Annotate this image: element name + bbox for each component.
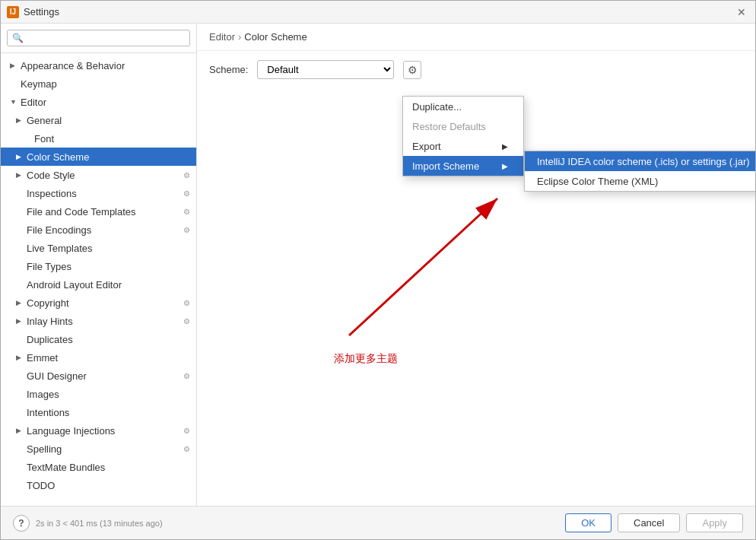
sidebar-item-file-encodings[interactable]: File Encodings ⚙: [1, 221, 196, 239]
sidebar-item-code-style[interactable]: ▶ Code Style ⚙: [1, 166, 196, 184]
dropdown-item-import-scheme[interactable]: Import Scheme ▶: [403, 156, 523, 176]
app-icon: IJ: [7, 6, 19, 18]
settings-icon-file-encodings: ⚙: [183, 226, 190, 234]
tree-arrow-emmet: ▶: [16, 354, 27, 361]
sidebar-item-duplicates[interactable]: Duplicates: [1, 330, 196, 348]
settings-icon-inlay-hints: ⚙: [183, 317, 190, 326]
settings-icon-gui-designer: ⚙: [183, 372, 190, 380]
ok-button[interactable]: OK: [565, 513, 611, 532]
sidebar-item-font[interactable]: Font: [1, 129, 196, 148]
submenu-item-intellij[interactable]: IntelliJ IDEA color scheme (.icls) or se…: [525, 151, 755, 171]
sidebar-item-language-injections[interactable]: ▶ Language Injections ⚙: [1, 421, 196, 440]
sidebar-item-file-types[interactable]: File Types: [1, 257, 196, 275]
settings-icon-language-injections: ⚙: [183, 427, 190, 435]
sidebar-item-file-code-templates[interactable]: File and Code Templates ⚙: [1, 202, 196, 221]
svg-line-1: [349, 199, 497, 335]
tree-arrow-general: ▶: [16, 116, 27, 124]
breadcrumb: Editor › Color Scheme: [197, 24, 755, 51]
sidebar-item-images[interactable]: Images: [1, 385, 196, 403]
close-button[interactable]: ✕: [734, 5, 749, 20]
tree-arrow-language-injections: ▶: [16, 427, 27, 434]
scheme-gear-button[interactable]: ⚙: [403, 61, 421, 79]
sidebar-item-todo[interactable]: TODO: [1, 476, 196, 494]
scheme-row: Scheme: Default Darcula IntelliJ Light M…: [197, 51, 755, 88]
title-bar-left: IJ Settings: [7, 6, 59, 18]
apply-button[interactable]: Apply: [686, 513, 743, 532]
sidebar-item-spelling[interactable]: Spelling ⚙: [1, 440, 196, 458]
tree-arrow-code-style: ▶: [16, 171, 27, 179]
main-content: ▶ Appearance & Behavior Keymap ▼ Editor …: [1, 24, 755, 506]
help-button[interactable]: ?: [13, 515, 30, 532]
sidebar-tree: ▶ Appearance & Behavior Keymap ▼ Editor …: [1, 53, 196, 506]
settings-icon-spelling: ⚙: [183, 445, 190, 453]
sidebar-item-general[interactable]: ▶ General: [1, 111, 196, 129]
breadcrumb-separator: ›: [238, 31, 241, 43]
settings-icon-copyright: ⚙: [183, 299, 190, 307]
sidebar-item-keymap[interactable]: Keymap: [1, 75, 196, 93]
tree-arrow-appearance: ▶: [10, 62, 21, 69]
settings-icon-inspections: ⚙: [183, 189, 190, 198]
sidebar-item-android-layout[interactable]: Android Layout Editor: [1, 275, 196, 294]
submenu: IntelliJ IDEA color scheme (.icls) or se…: [524, 151, 755, 192]
settings-icon-file-code-templates: ⚙: [183, 208, 190, 216]
bottom-left: ? 2s in 3 < 401 ms (13 minutes ago): [13, 515, 163, 532]
sidebar-item-color-scheme[interactable]: ▶ Color Scheme: [1, 148, 196, 166]
sidebar-item-inlay-hints[interactable]: ▶ Inlay Hints ⚙: [1, 312, 196, 330]
dropdown-container: Duplicate... Restore Defaults Export ▶ I…: [402, 96, 524, 176]
dropdown-item-duplicate[interactable]: Duplicate...: [403, 97, 523, 116]
bottom-bar: ? 2s in 3 < 401 ms (13 minutes ago) OK C…: [1, 506, 755, 539]
search-box: [1, 24, 196, 53]
sidebar-item-inspections[interactable]: Inspections ⚙: [1, 184, 196, 202]
sidebar-item-emmet[interactable]: ▶ Emmet: [1, 348, 196, 367]
breadcrumb-current: Color Scheme: [244, 31, 307, 43]
title-bar: IJ Settings ✕: [1, 1, 755, 24]
tree-arrow-inlay-hints: ▶: [16, 317, 27, 325]
window-title: Settings: [24, 6, 59, 17]
export-submenu-arrow: ▶: [502, 142, 508, 151]
tree-arrow-editor: ▼: [10, 98, 21, 106]
sidebar-item-gui-designer[interactable]: GUI Designer ⚙: [1, 367, 196, 385]
sidebar-item-copyright[interactable]: ▶ Copyright ⚙: [1, 294, 196, 312]
sidebar-item-textmate[interactable]: TextMate Bundles: [1, 458, 196, 476]
sidebar-item-editor[interactable]: ▼ Editor: [1, 93, 196, 111]
dropdown-item-restore-defaults: Restore Defaults: [403, 116, 523, 136]
settings-window: IJ Settings ✕ ▶ Appearance & Behavior Ke…: [0, 0, 756, 540]
bottom-buttons: OK Cancel Apply: [565, 513, 743, 532]
content-area: Editor › Color Scheme Scheme: Default Da…: [197, 24, 755, 506]
sidebar: ▶ Appearance & Behavior Keymap ▼ Editor …: [1, 24, 197, 506]
dropdown-item-export[interactable]: Export ▶: [403, 136, 523, 156]
status-text: 2s in 3 < 401 ms (13 minutes ago): [36, 519, 163, 528]
sidebar-item-appearance[interactable]: ▶ Appearance & Behavior: [1, 56, 196, 75]
breadcrumb-parent: Editor: [209, 31, 235, 43]
cancel-button[interactable]: Cancel: [618, 513, 680, 532]
dropdown-menu: Duplicate... Restore Defaults Export ▶ I…: [402, 96, 524, 176]
tree-arrow-color-scheme: ▶: [16, 153, 27, 160]
submenu-item-eclipse[interactable]: Eclipse Color Theme (XML): [525, 171, 755, 191]
sidebar-item-intentions[interactable]: Intentions: [1, 403, 196, 421]
scheme-select[interactable]: Default Darcula IntelliJ Light Monokai: [257, 60, 394, 79]
annotation-text: 添加更多主题: [334, 352, 398, 366]
search-input[interactable]: [7, 30, 190, 46]
tree-arrow-copyright: ▶: [16, 299, 27, 307]
sidebar-item-live-templates[interactable]: Live Templates: [1, 239, 196, 257]
scheme-label: Scheme:: [209, 64, 248, 75]
import-submenu-arrow: ▶: [502, 162, 508, 170]
settings-icon-code-style: ⚙: [183, 171, 190, 179]
